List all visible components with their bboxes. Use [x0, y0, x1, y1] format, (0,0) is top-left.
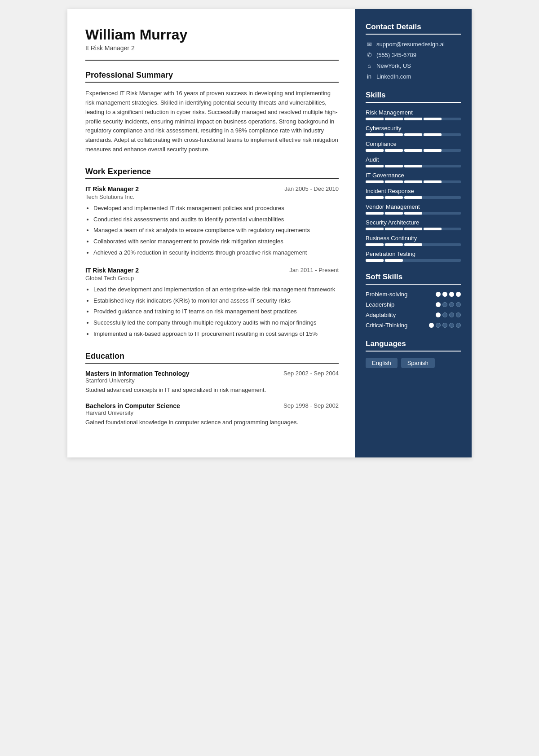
- dot-filled: [429, 323, 434, 328]
- bullet-item: Collaborated with senior management to p…: [93, 237, 339, 246]
- soft-skill-dots: [436, 302, 461, 307]
- soft-skill-dots: [436, 292, 461, 297]
- work-bullets: Developed and implemented IT risk manage…: [85, 204, 339, 258]
- right-panel: Contact Details ✉ support@resumedesign.a…: [355, 9, 472, 457]
- contact-phone: ✆ (555) 345-6789: [366, 52, 461, 58]
- skill-item: Risk Management: [366, 109, 461, 120]
- skill-bar: [366, 133, 461, 136]
- skill-segment-filled: [404, 212, 422, 215]
- skill-segment-filled: [404, 149, 422, 152]
- edu-dates: Sep 1998 - Sep 2002: [283, 402, 339, 409]
- skill-bar: [366, 165, 461, 167]
- name-section: William Murray It Risk Manager 2: [85, 27, 339, 52]
- phone-icon: ✆: [366, 52, 373, 58]
- skill-segment-filled: [366, 196, 384, 199]
- skill-segment-filled: [385, 133, 403, 136]
- skill-segment-empty: [443, 212, 461, 215]
- skills-title: Skills: [366, 91, 461, 103]
- skill-segment-filled: [366, 118, 384, 120]
- skill-bar: [366, 196, 461, 199]
- soft-skill-item: Critical-Thinking: [366, 322, 461, 329]
- contact-location: ⌂ NewYork, US: [366, 62, 461, 69]
- skill-item: Audit: [366, 156, 461, 167]
- contact-email: ✉ support@resumedesign.ai: [366, 41, 461, 48]
- skill-item: Penetration Testing: [366, 251, 461, 262]
- skill-segment-filled: [385, 212, 403, 215]
- dot-filled: [456, 292, 461, 297]
- skill-segment-empty: [443, 180, 461, 183]
- work-header: IT Risk Manager 2Jan 2011 - Present: [85, 267, 339, 274]
- location-icon: ⌂: [366, 62, 373, 69]
- divider: [85, 60, 339, 61]
- left-panel: William Murray It Risk Manager 2 Profess…: [67, 9, 355, 457]
- bullet-item: Implemented a risk-based approach to IT …: [93, 330, 339, 339]
- skill-segment-filled: [385, 165, 403, 167]
- skill-segment-filled: [404, 228, 422, 230]
- skill-segment-filled: [404, 243, 422, 246]
- skill-segment-filled: [424, 149, 442, 152]
- skill-segment-filled: [366, 149, 384, 152]
- skill-segment-filled: [385, 180, 403, 183]
- bullet-item: Established key risk indicators (KRIs) t…: [93, 296, 339, 306]
- dot-empty: [456, 302, 461, 307]
- dot-empty: [456, 312, 461, 317]
- dot-empty: [442, 323, 447, 328]
- work-title: IT Risk Manager 2: [85, 267, 139, 274]
- skill-name: Business Continuity: [366, 235, 461, 242]
- skill-segment-filled: [404, 180, 422, 183]
- skill-segment-empty: [443, 259, 461, 262]
- dot-filled: [436, 292, 441, 297]
- summary-title: Professional Summary: [85, 70, 339, 83]
- dot-filled: [436, 302, 441, 307]
- skill-segment-filled: [366, 259, 384, 262]
- skill-segment-filled: [404, 118, 422, 120]
- soft-skill-name: Critical-Thinking: [366, 322, 407, 329]
- skill-segment-filled: [366, 165, 384, 167]
- soft-skill-item: Problem-solving: [366, 291, 461, 298]
- soft-skill-name: Adaptability: [366, 312, 396, 318]
- person-job-title: It Risk Manager 2: [85, 44, 339, 52]
- work-dates: Jan 2011 - Present: [289, 267, 339, 273]
- skill-segment-filled: [424, 118, 442, 120]
- skill-segment-filled: [404, 165, 422, 167]
- language-tag: Spanish: [401, 358, 435, 368]
- work-company: Tech Solutions Inc.: [85, 193, 339, 200]
- bullet-item: Provided guidance and training to IT tea…: [93, 307, 339, 316]
- dot-empty: [436, 323, 441, 328]
- contact-linkedin: in LinkedIn.com: [366, 73, 461, 80]
- contact-title: Contact Details: [366, 22, 461, 35]
- skill-item: Cybersecurity: [366, 125, 461, 136]
- soft-skills-container: Problem-solvingLeadershipAdaptabilityCri…: [366, 291, 461, 329]
- skill-segment-empty: [443, 133, 461, 136]
- skill-item: IT Governance: [366, 172, 461, 183]
- skills-section: Skills Risk ManagementCybersecurityCompl…: [366, 91, 461, 262]
- summary-section: Professional Summary Experienced IT Risk…: [85, 70, 339, 154]
- skill-bar: [366, 180, 461, 183]
- person-name: William Murray: [85, 27, 339, 43]
- skill-segment-filled: [424, 133, 442, 136]
- skill-name: IT Governance: [366, 172, 461, 179]
- skill-name: Risk Management: [366, 109, 461, 116]
- languages-section: Languages EnglishSpanish: [366, 339, 461, 368]
- edu-container: Masters in Information TechnologySep 200…: [85, 370, 339, 427]
- skill-item: Security Architecture: [366, 219, 461, 230]
- skill-name: Vendor Management: [366, 203, 461, 210]
- edu-header: Bachelors in Computer ScienceSep 1998 - …: [85, 402, 339, 409]
- skill-segment-filled: [385, 196, 403, 199]
- lang-container: EnglishSpanish: [366, 358, 461, 368]
- work-experience-section: Work Experience IT Risk Manager 2Jan 200…: [85, 167, 339, 339]
- skill-name: Cybersecurity: [366, 125, 461, 132]
- soft-skills-section: Soft Skills Problem-solvingLeadershipAda…: [366, 273, 461, 329]
- work-header: IT Risk Manager 2Jan 2005 - Dec 2010: [85, 185, 339, 193]
- skill-segment-filled: [424, 228, 442, 230]
- linkedin-icon: in: [366, 73, 373, 80]
- skill-name: Security Architecture: [366, 219, 461, 226]
- skill-segment-filled: [385, 228, 403, 230]
- skill-item: Compliance: [366, 141, 461, 152]
- work-company: Global Tech Group: [85, 275, 339, 281]
- skill-segment-empty: [424, 243, 442, 246]
- skill-segment-empty: [424, 212, 442, 215]
- soft-skill-dots: [429, 323, 461, 328]
- bullet-item: Successfully led the company through mul…: [93, 318, 339, 328]
- skill-segment-empty: [443, 149, 461, 152]
